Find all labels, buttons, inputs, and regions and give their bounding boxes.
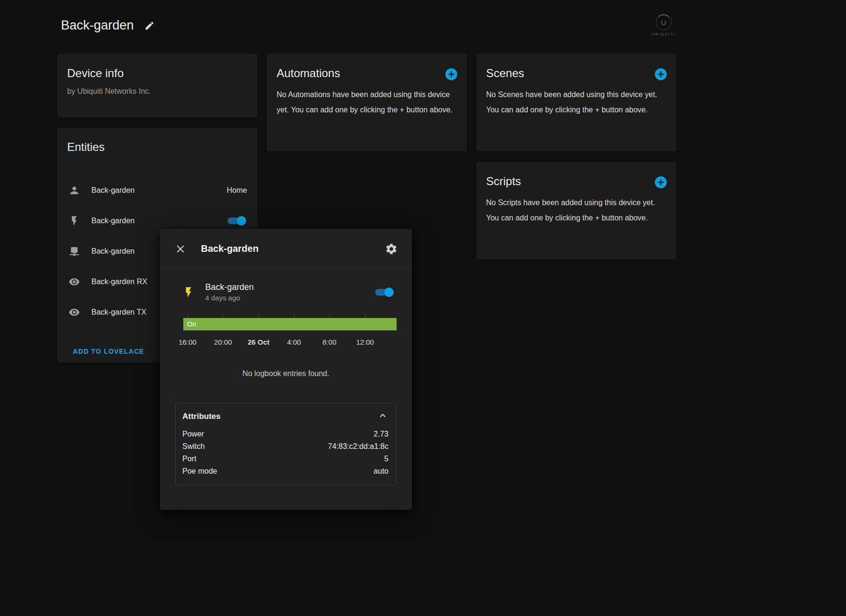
attribute-key: Switch	[182, 440, 205, 453]
attribute-key: Port	[182, 453, 196, 465]
automations-card-header: Automations	[267, 54, 467, 81]
entity-label: Back-garden	[91, 217, 225, 225]
attribute-row: Power 2.73	[182, 428, 388, 440]
attribute-value: 2.73	[374, 428, 388, 440]
history-tick-label: 8:00	[322, 338, 336, 346]
history-chart: On 16:00 20:00 26 Oct 4:00 8:00 12:00	[183, 314, 397, 348]
close-icon[interactable]	[174, 243, 187, 255]
history-on-bar: On	[183, 318, 397, 330]
scripts-card-header: Scripts	[476, 162, 677, 189]
attribute-value: 74:83:c2:dd:a1:8c	[328, 440, 388, 453]
device-info-manufacturer: by Ubiquiti Networks Inc.	[57, 80, 258, 107]
add-scene-button[interactable]	[654, 67, 668, 81]
history-tick-label: 4:00	[287, 338, 301, 346]
attribute-value: 5	[384, 453, 388, 465]
chevron-up-icon[interactable]	[377, 410, 388, 423]
network-icon	[69, 246, 80, 257]
logbook-empty-text: No logbook entries found.	[160, 369, 412, 378]
page-header: Back-garden	[61, 18, 155, 33]
eye-icon	[69, 307, 80, 318]
person-icon	[69, 185, 80, 196]
scripts-card: Scripts No Scripts have been added using…	[476, 162, 677, 259]
history-tick-marks	[183, 314, 397, 318]
attributes-title: Attributes	[182, 412, 220, 421]
automations-title: Automations	[277, 66, 340, 80]
attribute-key: Power	[182, 428, 204, 440]
attribute-key: Poe mode	[182, 465, 217, 477]
automations-card: Automations No Automations have been add…	[267, 54, 467, 151]
more-info-dialog: Back-garden Back-garden 4 days ago On 16…	[160, 229, 412, 510]
attributes-panel: Attributes Power 2.73 Switch 74:83:c2:dd…	[175, 403, 397, 486]
scenes-card-header: Scenes	[476, 54, 677, 81]
attribute-row: Poe mode auto	[182, 465, 388, 477]
attribute-row: Switch 74:83:c2:dd:a1:8c	[182, 440, 388, 453]
entity-toggle-switch[interactable]	[225, 216, 247, 226]
attribute-value: auto	[374, 465, 388, 477]
add-to-lovelace-button[interactable]: ADD TO LOVELACE	[73, 348, 144, 355]
dialog-header: Back-garden	[160, 229, 412, 269]
dialog-entity-row: Back-garden 4 days ago	[182, 281, 395, 303]
dialog-title: Back-garden	[201, 243, 371, 254]
entity-state-value: Home	[227, 186, 247, 195]
dialog-entity-name: Back-garden	[205, 281, 372, 293]
dialog-entity-text: Back-garden 4 days ago	[205, 281, 372, 303]
scenes-title: Scenes	[486, 66, 524, 80]
dialog-entity-last-changed: 4 days ago	[205, 293, 372, 303]
scenes-card: Scenes No Scenes have been added using t…	[476, 54, 677, 151]
flash-icon	[182, 285, 195, 299]
page-title: Back-garden	[61, 18, 134, 33]
eye-icon	[69, 276, 80, 288]
ubiquiti-logo: U UBIQUITI	[648, 14, 679, 36]
history-tick-label: 16:00	[179, 338, 197, 346]
automations-empty-text: No Automations have been added using thi…	[267, 81, 467, 130]
add-automation-button[interactable]	[444, 67, 458, 81]
history-tick-label: 12:00	[356, 338, 374, 346]
ubiquiti-logo-text: UBIQUITI	[648, 32, 679, 36]
dialog-entity-toggle[interactable]	[372, 287, 395, 298]
history-tick-label: 20:00	[214, 338, 232, 346]
toggle-thumb	[384, 288, 394, 297]
ubiquiti-logo-icon: U	[656, 14, 672, 30]
device-info-card: Device info by Ubiquiti Networks Inc.	[57, 54, 258, 118]
edit-pencil-icon[interactable]	[144, 20, 155, 31]
device-info-title: Device info	[57, 54, 258, 80]
attributes-header[interactable]: Attributes	[182, 410, 388, 423]
attributes-rows: Power 2.73 Switch 74:83:c2:dd:a1:8c Port…	[182, 428, 388, 477]
entity-label: Back-garden	[91, 186, 227, 195]
scenes-empty-text: No Scenes have been added using this dev…	[476, 81, 677, 130]
attribute-row: Port 5	[182, 453, 388, 465]
entities-title: Entities	[57, 128, 258, 154]
entity-row-back-garden-person[interactable]: Back-garden Home	[57, 175, 258, 206]
toggle-thumb	[237, 216, 246, 226]
scripts-empty-text: No Scripts have been added using this de…	[476, 189, 677, 238]
history-tick-label: 26 Oct	[248, 338, 269, 346]
flash-icon	[69, 215, 80, 227]
scripts-title: Scripts	[486, 174, 521, 189]
gear-icon[interactable]	[385, 243, 398, 255]
add-script-button[interactable]	[654, 175, 668, 189]
history-state-label: On	[187, 318, 196, 330]
history-axis: 16:00 20:00 26 Oct 4:00 8:00 12:00	[183, 338, 397, 348]
